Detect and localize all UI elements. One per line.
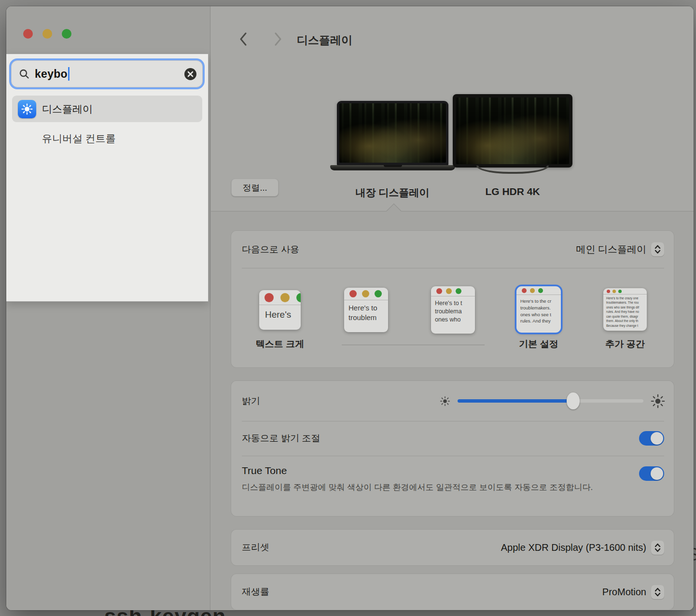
refresh-rate-dropdown[interactable]: ProMotion	[602, 585, 664, 599]
close-icon	[187, 71, 194, 77]
scaling-label-larger-text: 텍스트 크게	[237, 338, 323, 350]
zoom-button[interactable]	[62, 29, 71, 39]
display-thumbnail-lg[interactable]	[453, 94, 572, 176]
mini-window-titlebar	[603, 288, 647, 294]
scaling-option-more-space[interactable]: Here's to the crazy one troublemakers. T…	[603, 288, 647, 331]
monitor-stand	[476, 166, 549, 174]
clear-search-button[interactable]	[184, 68, 196, 80]
text-caret	[68, 67, 70, 81]
brightness-slider-fill	[458, 399, 573, 403]
scaling-preview-text: Here's to t troublema ones who	[431, 296, 475, 324]
toggle-knob	[651, 432, 663, 445]
wallpaper-image	[339, 103, 446, 163]
scaling-track-line	[342, 345, 485, 345]
display-brightness-icon	[18, 100, 36, 118]
scaling-label-more-space: 추가 공간	[582, 338, 668, 350]
card-brightness: 밝기	[231, 381, 674, 516]
card-use-as-scaling: 다음으로 사용 메인 디스플레이	[231, 231, 674, 367]
search-result-displays[interactable]: 디스플레이	[12, 96, 202, 122]
true-tone-toggle[interactable]	[639, 466, 664, 481]
display-thumbnail-builtin[interactable]	[337, 101, 448, 171]
stepper-chevrons-icon	[651, 541, 664, 555]
search-result-label: 유니버설 컨트롤	[42, 132, 116, 145]
search-value: keybo	[35, 68, 68, 81]
mini-window-titlebar	[259, 290, 301, 305]
stepper-chevrons-icon	[651, 242, 664, 256]
main-content: 디스플레이 내장 디스플레이 LG HDR 4K 정렬... 다음으로 사용 메…	[211, 6, 694, 610]
display-name-builtin: 내장 디스플레이	[334, 186, 450, 199]
chevron-right-icon	[274, 32, 282, 46]
card-refresh-rate: 재생률 ProMotion	[231, 574, 674, 610]
laptop-base	[330, 165, 455, 170]
laptop-screen	[337, 101, 448, 166]
scaling-option-default[interactable]: Here's to the cr troublemakers. ones who…	[516, 286, 561, 333]
preset-value: Apple XDR Display (P3-1600 nits)	[501, 542, 646, 553]
close-button[interactable]	[23, 29, 33, 39]
back-button[interactable]	[237, 31, 250, 47]
chevron-left-icon	[239, 32, 247, 46]
search-results-panel: keybo	[6, 54, 209, 302]
brightness-dim-icon	[440, 396, 450, 406]
scaling-label-default: 기본 설정	[495, 338, 582, 350]
use-as-label: 다음으로 사용	[242, 243, 299, 256]
mini-window-titlebar	[516, 286, 561, 295]
scaling-option-larger-text[interactable]: Here's	[259, 290, 301, 330]
refresh-rate-value: ProMotion	[602, 587, 646, 598]
sidebar: keybo	[6, 6, 210, 610]
settings-panel: 다음으로 사용 메인 디스플레이	[211, 211, 694, 610]
display-name-lg: LG HDR 4K	[455, 186, 571, 197]
minimize-button[interactable]	[42, 29, 52, 39]
search-result-universal-control[interactable]: 유니버설 컨트롤	[12, 125, 202, 152]
search-input[interactable]: keybo	[11, 60, 203, 87]
search-icon	[19, 69, 29, 79]
scaling-preview-text: Here's to the cr troublemakers. ones who…	[516, 295, 561, 324]
scaling-preview-text: Here's	[259, 305, 301, 321]
monitor-frame	[453, 94, 572, 168]
search-result-label: 디스플레이	[42, 102, 93, 116]
mini-window-titlebar	[344, 288, 388, 300]
scaling-option-3[interactable]: Here's to t troublema ones who	[431, 286, 475, 334]
true-tone-label: True Tone	[242, 465, 663, 476]
preset-label: 프리셋	[242, 541, 269, 554]
true-tone-description: 디스플레이를 주변광에 맞춰 색상이 다른 환경에서도 일관적으로 보이도록 자…	[242, 481, 601, 494]
page-title: 디스플레이	[297, 33, 352, 48]
selected-display-indicator	[386, 203, 401, 218]
arrange-button[interactable]: 정렬...	[231, 179, 278, 196]
stepper-chevrons-icon	[651, 585, 664, 599]
refresh-rate-label: 재생률	[242, 586, 269, 598]
brightness-bright-icon	[651, 394, 665, 408]
brightness-slider[interactable]	[458, 399, 643, 403]
toggle-knob	[651, 467, 663, 480]
use-as-dropdown[interactable]: 메인 디스플레이	[576, 242, 664, 256]
brightness-slider-knob[interactable]	[567, 392, 580, 409]
use-as-value: 메인 디스플레이	[576, 243, 646, 256]
auto-brightness-label: 자동으로 밝기 조절	[242, 432, 320, 445]
scaling-preview-text: Here's to troublem	[344, 300, 388, 323]
preset-dropdown[interactable]: Apple XDR Display (P3-1600 nits)	[501, 541, 664, 555]
wallpaper-image	[456, 98, 569, 164]
card-preset: 프리셋 Apple XDR Display (P3-1600 nits)	[231, 530, 674, 565]
forward-button[interactable]	[272, 31, 284, 47]
system-settings-window: keybo	[6, 6, 694, 610]
scaling-option-2[interactable]: Here's to troublem	[344, 288, 388, 332]
brightness-label: 밝기	[242, 395, 260, 407]
auto-brightness-toggle[interactable]	[639, 431, 664, 446]
mini-window-titlebar	[431, 286, 475, 296]
scaling-preview-text: Here's to the crazy one troublemakers. T…	[603, 294, 647, 328]
